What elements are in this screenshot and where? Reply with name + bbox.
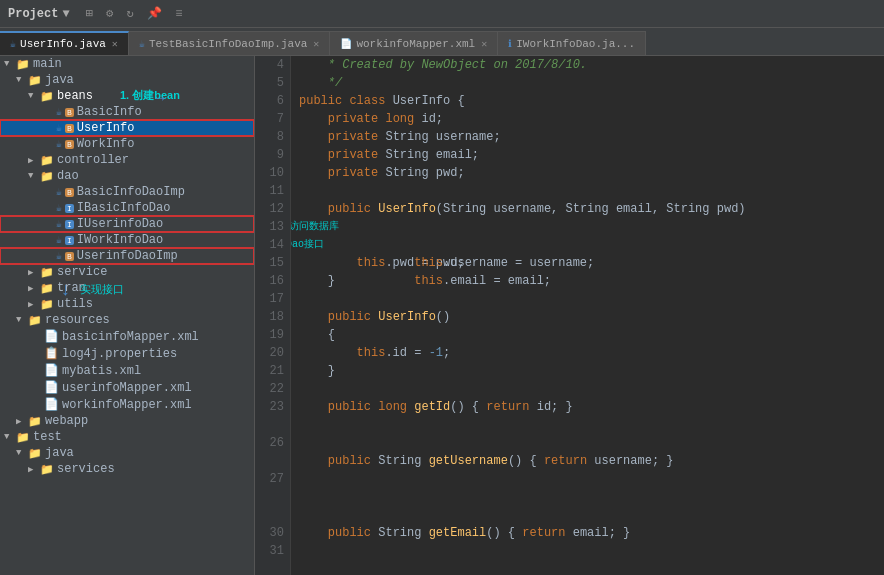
iworkinfodao-container: ☕ I IWorkInfoDao ④Dao接口 <box>0 232 254 248</box>
java-file-icon: ☕ <box>56 138 62 150</box>
sidebar-item-resources[interactable]: ▼ 📁 resources <box>0 312 254 328</box>
code-line <box>299 542 876 560</box>
interface-icon: ℹ <box>508 38 512 50</box>
expand-icon[interactable]: ⊞ <box>86 7 93 21</box>
tab-close-icon[interactable]: ✕ <box>313 38 319 50</box>
sidebar-item-basicinfo[interactable]: ☕ B BasicInfo <box>0 104 254 120</box>
tree-item-label: dao <box>57 169 79 183</box>
tab-testBasicInfoDao[interactable]: ☕ TestBasicInfoDaoImp.java ✕ <box>129 31 331 55</box>
iuserinfodao-container: ☕ I IUserinfoDao ②建访问数据库 <box>0 216 254 232</box>
folder-icon: 📁 <box>40 463 54 476</box>
xml-file-icon: 📄 <box>44 380 59 395</box>
tab-label: IWorkInfoDao.ja... <box>516 38 635 50</box>
sidebar-item-iworkinfodao[interactable]: ☕ I IWorkInfoDao <box>0 232 254 248</box>
tree-item-label: IBasicInfoDao <box>77 201 171 215</box>
tree-item-label: BasicInfoDaoImp <box>77 185 185 199</box>
code-line: private String username; <box>299 128 876 146</box>
sidebar-item-log4j[interactable]: 📋 log4j.properties <box>0 345 254 362</box>
sidebar-item-test-services[interactable]: ▶ 📁 services <box>0 461 254 477</box>
interface-badge: I <box>65 204 74 213</box>
code-line: * Created by NewObject on 2017/8/10. <box>299 56 876 74</box>
tree-item-label: log4j.properties <box>62 347 177 361</box>
sidebar-item-service[interactable]: ▶ 📁 service <box>0 264 254 280</box>
tree-item-label: controller <box>57 153 129 167</box>
pin-icon[interactable]: 📌 <box>147 7 162 21</box>
tab-close-icon[interactable]: ✕ <box>481 38 487 50</box>
code-line: public UserInfo(String username, String … <box>299 200 876 218</box>
sidebar-item-webapp[interactable]: ▶ 📁 webapp <box>0 413 254 429</box>
xml-file-icon: 📄 <box>44 363 59 378</box>
sidebar-item-userinfomapper[interactable]: 📄 userinfoMapper.xml <box>0 379 254 396</box>
tab-bar: ☕ UserInfo.java ✕ ☕ TestBasicInfoDaoImp.… <box>0 28 884 56</box>
sidebar-item-basicinfodaoimp[interactable]: ☕ B BasicInfoDaoImp <box>0 184 254 200</box>
tab-close-icon[interactable]: ✕ <box>112 38 118 50</box>
code-line: } <box>299 362 876 380</box>
tree-item-label: mybatis.xml <box>62 364 141 378</box>
xml-file-icon: 📄 <box>44 397 59 412</box>
code-line <box>299 506 876 524</box>
class-badge: B <box>65 140 74 149</box>
sidebar-item-ibasicinfodao[interactable]: ☕ I IBasicInfoDao <box>0 200 254 216</box>
annotation-implement: 实现接口 <box>80 282 124 297</box>
sidebar-item-basicinfomapper[interactable]: 📄 basicinfoMapper.xml <box>0 328 254 345</box>
arrow-icon: ▼ <box>16 315 26 325</box>
tab-userinfoJava[interactable]: ☕ UserInfo.java ✕ <box>0 31 129 55</box>
folder-icon: 📁 <box>40 298 54 311</box>
tree-item-label: service <box>57 265 107 279</box>
sidebar-item-mybatis[interactable]: 📄 mybatis.xml <box>0 362 254 379</box>
folder-icon: 📁 <box>40 154 54 167</box>
folder-icon: 📁 <box>28 314 42 327</box>
sidebar-item-test-java[interactable]: ▼ 📁 java <box>0 445 254 461</box>
sidebar-item-test[interactable]: ▼ 📁 test <box>0 429 254 445</box>
sidebar-item-tran[interactable]: ▶ 📁 tran <box>0 280 254 296</box>
folder-icon: 📁 <box>40 90 54 103</box>
interface-badge: I <box>65 220 74 229</box>
arrow-icon: ▶ <box>28 299 38 310</box>
gear-icon[interactable]: ≡ <box>175 7 182 21</box>
folder-icon: 📁 <box>28 74 42 87</box>
java-file-icon: ☕ <box>56 250 62 262</box>
sidebar-item-java[interactable]: ▼ 📁 java <box>0 72 254 88</box>
sidebar-item-workinfomapper[interactable]: 📄 workinfoMapper.xml <box>0 396 254 413</box>
top-bar: Project ▼ ⊞ ⚙ ↻ 📌 ≡ <box>0 0 884 28</box>
sidebar-item-dao[interactable]: ▼ 📁 dao <box>0 168 254 184</box>
settings-icon[interactable]: ⚙ <box>106 7 113 21</box>
sidebar-item-main[interactable]: ▼ 📁 main <box>0 56 254 72</box>
tab-label: TestBasicInfoDaoImp.java <box>149 38 307 50</box>
folder-icon: 📁 <box>28 415 42 428</box>
class-badge: B <box>65 252 74 261</box>
code-line: private String pwd; <box>299 164 876 182</box>
sidebar-item-utils[interactable]: ▶ 📁 utils <box>0 296 254 312</box>
tree-item-label: UserinfoDaoImp <box>77 249 178 263</box>
dropdown-icon[interactable]: ▼ <box>62 7 69 21</box>
sidebar-item-userinfo[interactable]: ☕ B UserInfo <box>0 120 254 136</box>
code-line: public long getId() { return id; } <box>299 398 876 416</box>
code-line <box>299 470 876 488</box>
code-line: this.id = -1; <box>299 344 876 362</box>
arrow-icon: ▼ <box>16 75 26 85</box>
sidebar-item-controller[interactable]: ▶ 📁 controller <box>0 152 254 168</box>
arrow-icon: ▼ <box>16 448 26 458</box>
tab-iWorkInfoDao[interactable]: ℹ IWorkInfoDao.ja... <box>498 31 646 55</box>
tree-item-label: main <box>33 57 62 71</box>
toolbar-icons: ⊞ ⚙ ↻ 📌 ≡ <box>86 6 183 21</box>
tab-label: workinfoMapper.xml <box>356 38 475 50</box>
class-badge: B <box>65 108 74 117</box>
java-icon: ☕ <box>139 38 145 50</box>
annotation-arrow-bean: → <box>155 90 165 108</box>
tree-item-label: userinfoMapper.xml <box>62 381 192 395</box>
arrow-icon: ▼ <box>28 171 38 181</box>
interface-badge: I <box>65 236 74 245</box>
xml-icon: 📄 <box>340 38 352 50</box>
prop-file-icon: 📋 <box>44 346 59 361</box>
tab-workinfoMapper[interactable]: 📄 workinfoMapper.xml ✕ <box>330 31 498 55</box>
sidebar-item-workinfo[interactable]: ☕ B WorkInfo <box>0 136 254 152</box>
code-editor[interactable]: 4 5 6 7 8 9 10 11 12 13 14 15 16 17 18 1… <box>255 56 884 575</box>
sync-icon[interactable]: ↻ <box>127 7 134 21</box>
code-content[interactable]: * Created by NewObject on 2017/8/10. */ … <box>291 56 884 575</box>
tree-item-label: BasicInfo <box>77 105 142 119</box>
folder-icon: 📁 <box>40 282 54 295</box>
sidebar-item-iuserinfodao[interactable]: ☕ I IUserinfoDao <box>0 216 254 232</box>
arrow-icon: ▶ <box>28 283 38 294</box>
sidebar-item-userinfodaoimp[interactable]: ☕ B UserinfoDaoImp <box>0 248 254 264</box>
